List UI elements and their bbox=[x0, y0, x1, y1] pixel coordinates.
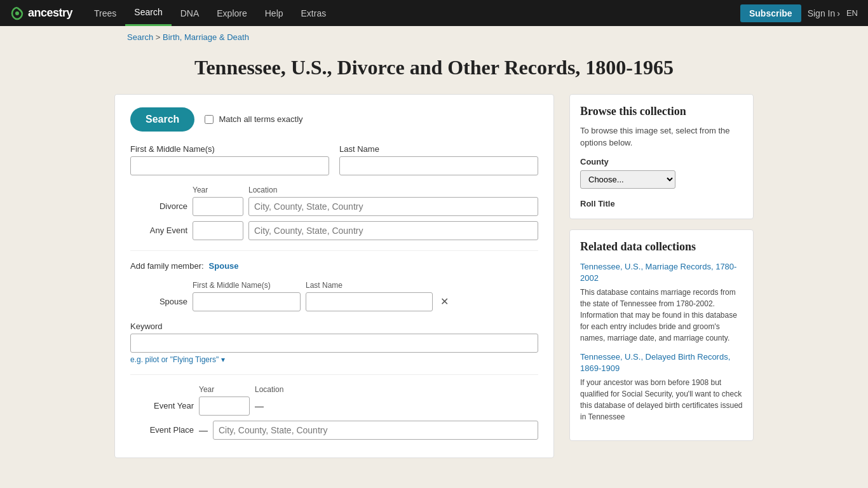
browse-panel-description: To browse this image set, select from th… bbox=[580, 125, 743, 149]
search-top-row: Search Match all terms exactly bbox=[130, 107, 538, 132]
browse-panel: Browse this collection To browse this im… bbox=[569, 94, 754, 219]
related-panel: Related data collections Tennessee, U.S.… bbox=[569, 229, 754, 442]
related-desc-2: If your ancestor was born before 1908 bu… bbox=[580, 377, 743, 423]
event-place-input[interactable] bbox=[213, 421, 538, 440]
logo-text: ancestry bbox=[28, 6, 72, 20]
match-all-text: Match all terms exactly bbox=[219, 114, 302, 124]
spouse-link[interactable]: Spouse bbox=[209, 261, 239, 271]
browse-panel-title: Browse this collection bbox=[580, 105, 743, 118]
search-panel: Search Match all terms exactly First & M… bbox=[114, 94, 554, 458]
last-name-group: Last Name bbox=[339, 144, 538, 175]
nav-explore[interactable]: Explore bbox=[208, 0, 255, 26]
event-place-label: Event Place bbox=[130, 425, 194, 435]
family-member-row: Add family member: Spouse bbox=[130, 261, 538, 271]
nav-dna[interactable]: DNA bbox=[172, 0, 208, 26]
divider-1 bbox=[130, 250, 538, 251]
keyword-hint-text: e.g. pilot or "Flying Tigers" bbox=[130, 355, 219, 364]
related-item-1: Tennessee, U.S., Marriage Records, 1780-… bbox=[580, 261, 743, 344]
breadcrumb: Search > Birth, Marriage & Death bbox=[0, 26, 868, 48]
last-name-label: Last Name bbox=[339, 144, 538, 154]
signin-button[interactable]: Sign In › bbox=[808, 8, 840, 18]
location-col-header: Location bbox=[248, 186, 538, 194]
last-name-input[interactable] bbox=[339, 156, 538, 175]
nav-search[interactable]: Search bbox=[125, 0, 171, 26]
name-row: First & Middle Name(s) Last Name bbox=[130, 144, 538, 175]
year-col-header: Year bbox=[193, 186, 243, 194]
event-place-row: Event Place — bbox=[130, 421, 538, 440]
divorce-location-input[interactable] bbox=[248, 197, 538, 216]
remove-spouse-button[interactable]: ✕ bbox=[438, 295, 451, 308]
ancestry-leaf-icon bbox=[10, 6, 24, 20]
related-desc-1: This database contains marriage records … bbox=[580, 287, 743, 344]
related-panel-title: Related data collections bbox=[580, 240, 743, 254]
site-logo[interactable]: ancestry bbox=[10, 6, 72, 20]
keyword-label: Keyword bbox=[130, 322, 538, 331]
first-middle-input[interactable] bbox=[130, 156, 329, 175]
divorce-year-input[interactable] bbox=[193, 197, 243, 216]
subscribe-button[interactable]: Subscribe bbox=[740, 4, 801, 22]
signin-label: Sign In bbox=[808, 8, 836, 18]
related-link-2[interactable]: Tennessee, U.S., Delayed Birth Records, … bbox=[580, 351, 743, 374]
keyword-section: Keyword e.g. pilot or "Flying Tigers" ▾ bbox=[130, 322, 538, 364]
event-year-input[interactable] bbox=[199, 396, 250, 416]
nav-extras[interactable]: Extras bbox=[292, 0, 336, 26]
event-year-dash: — bbox=[255, 401, 264, 411]
event-year-row: Event Year — bbox=[130, 396, 538, 416]
spouse-label: Spouse bbox=[130, 297, 187, 306]
event-place-dash: — bbox=[199, 425, 208, 435]
first-middle-label: First & Middle Name(s) bbox=[130, 144, 329, 154]
spouse-section: First & Middle Name(s) Last Name Spouse … bbox=[130, 281, 538, 311]
top-navigation: ancestry Trees Search DNA Explore Help E… bbox=[0, 0, 868, 26]
signin-chevron-icon: › bbox=[837, 8, 840, 18]
event-col-headers: Year Location bbox=[130, 186, 538, 194]
county-label: County bbox=[580, 157, 743, 166]
county-select[interactable]: Choose... bbox=[580, 170, 675, 189]
spouse-first-middle-input[interactable] bbox=[193, 292, 301, 311]
roll-title-label: Roll Title bbox=[580, 199, 743, 208]
divider-2 bbox=[130, 374, 538, 375]
match-all-checkbox[interactable] bbox=[205, 115, 214, 124]
related-item-2: Tennessee, U.S., Delayed Birth Records, … bbox=[580, 351, 743, 423]
keyword-input[interactable] bbox=[130, 334, 538, 353]
any-event-year-input[interactable] bbox=[193, 221, 243, 240]
spouse-first-middle-header: First & Middle Name(s) bbox=[193, 281, 301, 290]
related-link-1[interactable]: Tennessee, U.S., Marriage Records, 1780-… bbox=[580, 261, 743, 284]
breadcrumb-search[interactable]: Search bbox=[127, 32, 153, 42]
any-event-location-input[interactable] bbox=[248, 221, 538, 240]
any-event-label: Any Event bbox=[130, 226, 187, 235]
nav-right: Subscribe Sign In › EN bbox=[740, 4, 858, 22]
nav-links: Trees Search DNA Explore Help Extras bbox=[85, 0, 740, 26]
main-content: Search Match all terms exactly First & M… bbox=[0, 94, 868, 484]
spouse-input-row: Spouse ✕ bbox=[130, 292, 538, 311]
language-selector[interactable]: EN bbox=[846, 8, 858, 18]
nav-trees[interactable]: Trees bbox=[85, 0, 125, 26]
page-title: Tennessee, U.S., Divorce and Other Recor… bbox=[0, 48, 868, 94]
svg-point-0 bbox=[15, 11, 19, 15]
any-event-row: Any Event bbox=[130, 221, 538, 240]
family-member-label: Add family member: bbox=[130, 261, 204, 271]
divorce-label: Divorce bbox=[130, 201, 187, 211]
keyword-hint[interactable]: e.g. pilot or "Flying Tigers" ▾ bbox=[130, 355, 538, 364]
breadcrumb-category[interactable]: Birth, Marriage & Death bbox=[163, 32, 249, 42]
match-all-label[interactable]: Match all terms exactly bbox=[205, 114, 302, 124]
spouse-last-name-input[interactable] bbox=[306, 292, 433, 311]
county-select-wrapper: Choose... bbox=[580, 170, 743, 189]
event-year-label: Event Year bbox=[130, 401, 194, 410]
divorce-event-row: Divorce bbox=[130, 197, 538, 216]
breadcrumb-separator: > bbox=[156, 32, 161, 42]
event-yp-location-header: Location bbox=[255, 385, 538, 394]
right-panel: Browse this collection To browse this im… bbox=[569, 94, 754, 458]
first-middle-group: First & Middle Name(s) bbox=[130, 144, 329, 175]
spouse-last-name-header: Last Name bbox=[306, 281, 342, 290]
keyword-hint-chevron: ▾ bbox=[221, 355, 225, 364]
search-button[interactable]: Search bbox=[130, 107, 194, 132]
event-yp-year-header: Year bbox=[199, 385, 250, 394]
event-yp-col-headers: Year Location bbox=[130, 385, 538, 394]
nav-help[interactable]: Help bbox=[256, 0, 292, 26]
